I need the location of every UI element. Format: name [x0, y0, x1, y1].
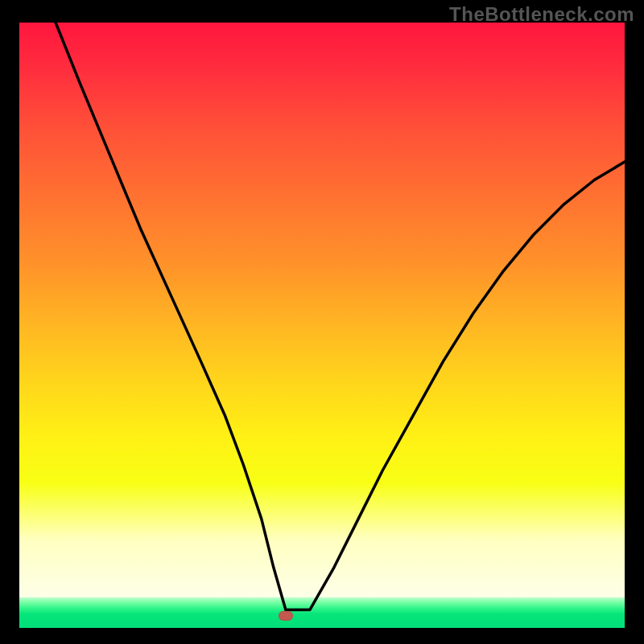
bottleneck-curve — [56, 23, 625, 609]
chart-frame: TheBottleneck.com — [0, 0, 644, 644]
plot-area — [19, 23, 625, 628]
watermark-text: TheBottleneck.com — [449, 3, 634, 26]
curve-svg — [19, 23, 625, 628]
marker-dot — [279, 611, 293, 621]
